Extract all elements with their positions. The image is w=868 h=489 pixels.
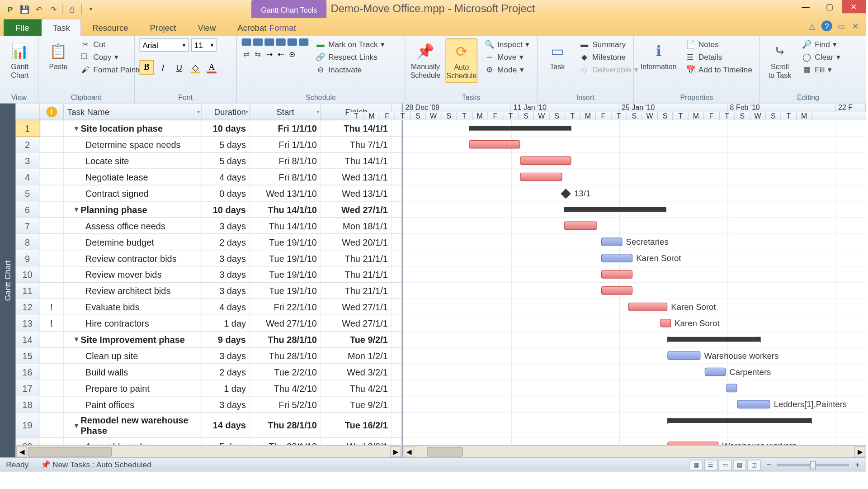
start-cell[interactable]: Thu 28/1/10 (250, 332, 321, 347)
row-number[interactable]: 8 (16, 234, 40, 250)
deliverable-button[interactable]: ◇Deliverable ▾ (577, 64, 641, 75)
start-cell[interactable]: Fri 22/1/10 (250, 299, 321, 315)
inspect-button[interactable]: 🔍Inspect ▾ (482, 38, 532, 49)
finish-cell[interactable]: Mon 1/2/1 (321, 348, 392, 364)
duration-cell[interactable]: 2 days (202, 364, 250, 380)
row-number[interactable]: 17 (16, 380, 40, 396)
task-name-cell[interactable]: ▾Remodel new warehouse Phase (64, 413, 202, 437)
start-cell[interactable]: Thu 4/2/10 (250, 380, 321, 396)
font-size-select[interactable]: 11▾ (191, 38, 217, 52)
finish-cell[interactable]: Wed 27/1/1 (321, 299, 392, 315)
gantt-row[interactable] (403, 137, 866, 153)
gantt-row[interactable] (403, 202, 866, 218)
underline-button[interactable]: U (172, 60, 186, 75)
gantt-row[interactable]: Warehouse workers (403, 438, 866, 445)
schedule-link-buttons[interactable]: ⇄⇆ ⇢⇠⊝ (242, 49, 309, 59)
task-name-cell[interactable]: Prepare to paint (64, 380, 202, 396)
task-name-cell[interactable]: ▾Planning phase (64, 202, 202, 218)
table-row[interactable]: 2Determine space needs5 daysFri 1/1/10Th… (16, 137, 402, 153)
finish-cell[interactable]: Mon 18/1/1 (321, 218, 392, 233)
duration-cell[interactable]: 1 day (202, 380, 250, 396)
duration-cell[interactable]: 1 day (202, 315, 250, 331)
task-name-cell[interactable]: Detemine budget (64, 234, 202, 250)
duration-cell[interactable]: 2 days (202, 234, 250, 250)
row-number[interactable]: 14 (16, 332, 40, 347)
help-icon[interactable]: ? (821, 20, 832, 31)
table-row[interactable]: 16Build walls2 daysTue 2/2/10Wed 3/2/1 (16, 364, 402, 380)
duration-cell[interactable]: 9 days (202, 332, 250, 347)
table-row[interactable]: 18Paint offices3 daysFri 5/2/10Tue 9/2/1 (16, 396, 402, 413)
find-button[interactable]: 🔎Find ▾ (800, 38, 843, 49)
tab-format[interactable]: Format (259, 19, 307, 36)
gantt-bar[interactable] (564, 207, 666, 212)
respect-links-button[interactable]: 🔗Respect Links (313, 51, 387, 62)
row-number[interactable]: 19 (16, 413, 40, 437)
outline-toggle-icon[interactable]: ▾ (75, 124, 78, 133)
row-number[interactable]: 6 (16, 202, 40, 218)
qat-dropdown-icon[interactable]: ▾ (85, 4, 96, 14)
gantt-bar[interactable] (520, 173, 562, 181)
duration-cell[interactable]: 5 days (202, 137, 250, 152)
gantt-row[interactable]: Warehouse workers (403, 348, 866, 364)
tab-task[interactable]: Task (41, 19, 81, 36)
duration-cell[interactable]: 5 days (202, 153, 250, 169)
view-team-planner-button[interactable]: ▭ (718, 459, 731, 470)
row-number[interactable]: 20 (16, 438, 40, 445)
outline-toggle-icon[interactable]: ▾ (75, 205, 78, 214)
table-row[interactable]: 12!Evaluate bids4 daysFri 22/1/10Wed 27/… (16, 299, 402, 315)
finish-cell[interactable]: Wed 27/1/1 (321, 202, 392, 218)
finish-cell[interactable]: Wed 20/1/1 (321, 234, 392, 250)
start-cell[interactable]: Tue 19/1/10 (250, 266, 321, 282)
fill-color-button[interactable]: ◇ (188, 60, 203, 75)
start-header[interactable]: Start▾ (250, 104, 321, 120)
row-number[interactable]: 9 (16, 250, 40, 266)
task-name-cell[interactable]: Negotiate lease (64, 169, 202, 185)
task-name-cell[interactable]: Review contractor bids (64, 250, 202, 266)
select-all-corner[interactable] (16, 104, 40, 120)
zoom-out-button[interactable]: − (767, 460, 771, 469)
gantt-bar[interactable] (628, 303, 667, 311)
mark-on-track-button[interactable]: ▬Mark on Track ▾ (313, 38, 387, 49)
gantt-bar[interactable] (520, 157, 571, 165)
gantt-bar[interactable] (601, 286, 632, 295)
clear-button[interactable]: ◯Clear ▾ (800, 51, 843, 62)
start-cell[interactable]: Wed 27/1/10 (250, 315, 321, 331)
table-row[interactable]: 7Assess office needs3 daysThu 14/1/10Mon… (16, 218, 402, 234)
tab-view[interactable]: View (187, 19, 226, 36)
table-row[interactable]: 5Contract signed0 daysWed 13/1/10Wed 13/… (16, 185, 402, 202)
fill-button[interactable]: ▦Fill ▾ (800, 64, 843, 75)
row-number[interactable]: 16 (16, 364, 40, 380)
finish-cell[interactable]: Tue 9/2/1 (321, 332, 392, 347)
task-name-cell[interactable]: Assemble racks (64, 438, 202, 445)
inactivate-button[interactable]: ⊖Inactivate (313, 64, 387, 75)
scroll-to-task-button[interactable]: ⤷Scroll to Task (765, 38, 795, 82)
row-number[interactable]: 11 (16, 283, 40, 299)
duration-cell[interactable]: 10 days (202, 120, 250, 136)
row-number[interactable]: 18 (16, 396, 40, 412)
task-insert-button[interactable]: ▭Task (542, 38, 573, 73)
scroll-thumb[interactable] (427, 447, 463, 456)
minimize-ribbon-icon[interactable]: △ (807, 20, 818, 31)
finish-cell[interactable]: Wed 27/1/1 (321, 315, 392, 331)
finish-cell[interactable]: Thu 14/1/1 (321, 153, 392, 169)
table-row[interactable]: 19▾Remodel new warehouse Phase14 daysThu… (16, 413, 402, 438)
gantt-row[interactable]: Karen Sorot (403, 250, 866, 266)
finish-cell[interactable]: Wed 3/2/1 (321, 438, 392, 445)
task-name-header[interactable]: Task Name▾ (64, 104, 202, 120)
table-row[interactable]: 11Review architect bids3 daysTue 19/1/10… (16, 283, 402, 299)
zoom-slider[interactable] (777, 464, 849, 466)
finish-cell[interactable]: Thu 7/1/1 (321, 137, 392, 152)
milestone-button[interactable]: ◆Milestone (577, 51, 641, 62)
row-number[interactable]: 12 (16, 299, 40, 315)
row-number[interactable]: 5 (16, 185, 40, 201)
task-name-cell[interactable]: ▾Site location phase (64, 120, 202, 136)
task-name-cell[interactable]: Hire contractors (64, 315, 202, 331)
gantt-row[interactable]: Secretaries (403, 234, 866, 250)
scroll-left-icon[interactable]: ◀ (403, 446, 414, 457)
row-number[interactable]: 1 (16, 120, 40, 136)
details-button[interactable]: ☰Details (683, 51, 755, 62)
start-cell[interactable]: Thu 28/1/10 (250, 348, 321, 364)
gantt-row[interactable]: Karen Sorot (403, 299, 866, 315)
gantt-row[interactable] (403, 120, 866, 137)
app-icon[interactable]: P (5, 4, 16, 14)
